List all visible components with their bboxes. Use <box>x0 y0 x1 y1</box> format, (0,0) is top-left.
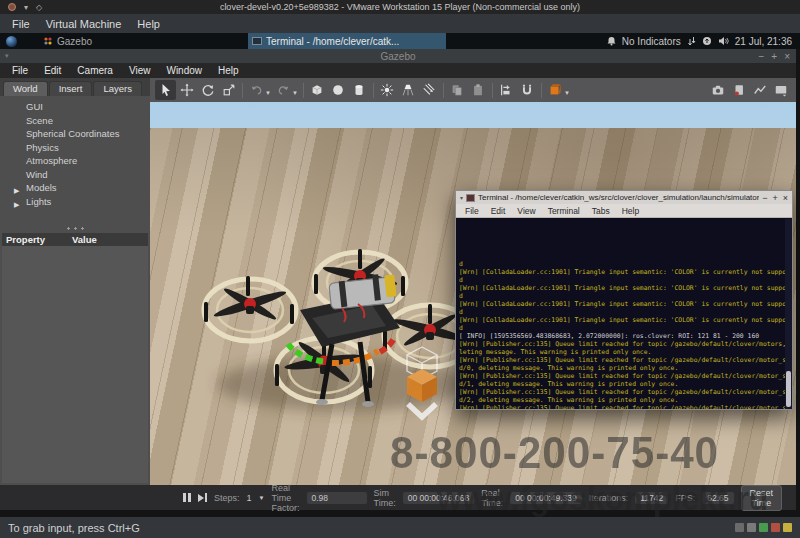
terminal-log-line: d/2, deleting message. This warning is p… <box>459 396 785 404</box>
updater-icon[interactable] <box>702 36 712 46</box>
terminal-window-title: Terminal - /home/clever/catkin_ws/src/cl… <box>478 193 759 202</box>
panel-tab[interactable]: World <box>3 81 48 96</box>
tree-item[interactable]: Spherical Coordinates <box>0 127 150 141</box>
taskbar-gazebo-button[interactable]: Gazebo <box>43 36 92 47</box>
panel-tab[interactable]: Insert <box>49 81 93 96</box>
paste-icon[interactable] <box>468 80 489 100</box>
panel-tab[interactable]: Layers <box>93 81 142 96</box>
gazebo-titlebar[interactable]: ▾ Gazebo − + × <box>0 49 796 63</box>
insert-cylinder-icon[interactable] <box>349 80 370 100</box>
gazebo-menu-item[interactable]: File <box>4 65 36 76</box>
steps-label: Steps: <box>214 493 240 503</box>
gazebo-menu-item[interactable]: Camera <box>69 65 121 76</box>
panel-splitter-handle[interactable] <box>65 227 85 230</box>
vmware-menu-item[interactable]: Help <box>129 18 168 30</box>
spot-light-icon[interactable] <box>398 80 419 100</box>
vmware-menu-item[interactable]: Virtual Machine <box>38 18 130 30</box>
rotate-tool-icon[interactable] <box>197 80 218 100</box>
terminal-window-menu-icon[interactable]: ▾ <box>460 194 463 201</box>
insert-sphere-icon[interactable] <box>328 80 349 100</box>
taskbar-terminal-button[interactable]: Terminal - /home/clever/catk... <box>248 33 446 49</box>
terminal-menu-item[interactable]: Terminal <box>542 206 586 216</box>
grab-input-hint: To grab input, press Ctrl+G <box>8 522 140 534</box>
undo-icon[interactable] <box>246 80 267 100</box>
terminal-menu-item[interactable]: Tabs <box>586 206 616 216</box>
insert-box-icon[interactable] <box>307 80 328 100</box>
terminal-log-line: d/1, deleting message. This warning is p… <box>459 380 785 388</box>
redo-icon[interactable] <box>273 80 294 100</box>
view-control-icon[interactable] <box>770 80 791 100</box>
cdrom-device-icon[interactable] <box>747 523 756 532</box>
log-record-icon[interactable] <box>728 80 749 100</box>
terminal-log-line: d <box>459 276 785 284</box>
building-editor-icon[interactable] <box>545 80 566 100</box>
gazebo-menu-item[interactable]: Edit <box>36 65 69 76</box>
snap-tool-icon[interactable] <box>517 80 538 100</box>
network-device-icon[interactable] <box>759 523 768 532</box>
indicators-label[interactable]: No Indicators <box>622 36 681 47</box>
volume-icon[interactable] <box>718 36 729 46</box>
app-launcher-icon[interactable] <box>6 36 17 47</box>
gazebo-app-icon <box>43 36 53 46</box>
notification-bell-icon[interactable] <box>607 36 616 46</box>
point-light-icon[interactable] <box>377 80 398 100</box>
gazebo-window-menu-icon[interactable]: ▾ <box>5 52 9 60</box>
screenshot-camera-icon[interactable] <box>707 80 728 100</box>
terminal-close-button[interactable]: × <box>783 193 788 203</box>
sound-device-icon[interactable] <box>783 523 792 532</box>
directional-light-icon[interactable] <box>419 80 440 100</box>
step-button[interactable] <box>198 493 207 502</box>
undo-dropdown-icon[interactable]: ▼ <box>265 90 271 96</box>
terminal-menu-item[interactable]: File <box>459 206 485 216</box>
steps-dropdown-icon[interactable]: ▼ <box>259 495 265 501</box>
terminal-scrollbar[interactable] <box>785 219 792 409</box>
scale-tool-icon[interactable] <box>218 80 239 100</box>
terminal-scrollbar-thumb[interactable] <box>786 371 791 407</box>
gazebo-menu-item[interactable]: Window <box>158 65 210 76</box>
gazebo-minimize-button[interactable]: − <box>758 51 764 62</box>
vmware-menu-item[interactable]: File <box>4 18 38 30</box>
vm-power-icon[interactable] <box>8 3 16 11</box>
property-column-header: Property <box>2 234 72 245</box>
clock[interactable]: 21 Jul, 21:36 <box>735 36 792 47</box>
terminal-titlebar[interactable]: ▾ Terminal - /home/clever/catkin_ws/src/… <box>456 191 792 204</box>
vm-fullscreen-icon[interactable]: ◇ <box>36 3 42 12</box>
tree-item[interactable]: Physics <box>0 141 150 155</box>
vm-power-dropdown-icon[interactable]: ▾ <box>24 3 28 12</box>
align-tool-icon[interactable] <box>496 80 517 100</box>
terminal-log-line: [Wrn] [ColladaLoader.cc:1901] Triangle i… <box>459 300 785 308</box>
gazebo-maximize-button[interactable]: + <box>771 51 777 62</box>
gazebo-menu-item[interactable]: Help <box>210 65 247 76</box>
property-table-body <box>2 246 148 483</box>
tree-item[interactable]: Atmosphere <box>0 154 150 168</box>
taskbar-terminal-label: Terminal - /home/clever/catk... <box>266 36 399 47</box>
plot-icon[interactable] <box>749 80 770 100</box>
terminal-menu-item[interactable]: View <box>511 206 541 216</box>
desktop: ▾ Gazebo − + × FileEditCameraViewWindowH… <box>0 49 800 517</box>
tree-item[interactable]: Lights <box>0 195 150 209</box>
tree-item[interactable]: Scene <box>0 114 150 128</box>
tree-item[interactable]: GUI <box>0 100 150 114</box>
building-editor-dropdown-icon[interactable]: ▼ <box>564 90 570 96</box>
taskbar-gazebo-label: Gazebo <box>57 36 92 47</box>
usb-device-icon[interactable] <box>771 523 780 532</box>
gazebo-close-button[interactable]: × <box>784 51 790 62</box>
terminal-menu-item[interactable]: Edit <box>485 206 512 216</box>
tree-item[interactable]: Wind <box>0 168 150 182</box>
redo-dropdown-icon[interactable]: ▼ <box>292 90 298 96</box>
harddisk-device-icon[interactable] <box>735 523 744 532</box>
select-tool-icon[interactable] <box>155 80 176 100</box>
network-arrows-icon[interactable] <box>687 36 696 46</box>
terminal-minimize-button[interactable]: − <box>762 193 767 203</box>
gazebo-menu-item[interactable]: View <box>121 65 159 76</box>
tree-item[interactable]: Models <box>0 181 150 195</box>
copy-icon[interactable] <box>447 80 468 100</box>
terminal-menu-item[interactable]: Help <box>616 206 645 216</box>
terminal-maximize-button[interactable]: + <box>772 193 777 203</box>
pause-button[interactable] <box>183 493 191 502</box>
clover-drone-model <box>172 232 492 437</box>
translate-tool-icon[interactable] <box>176 80 197 100</box>
vmware-titlebar: ▾ ◇ clover-devel-v0.20+5e989382 - VMware… <box>0 0 800 14</box>
steps-value[interactable]: 1 <box>247 493 252 503</box>
terminal-log-line: [Wrn] [ColladaLoader.cc:1901] Triangle i… <box>459 268 785 276</box>
